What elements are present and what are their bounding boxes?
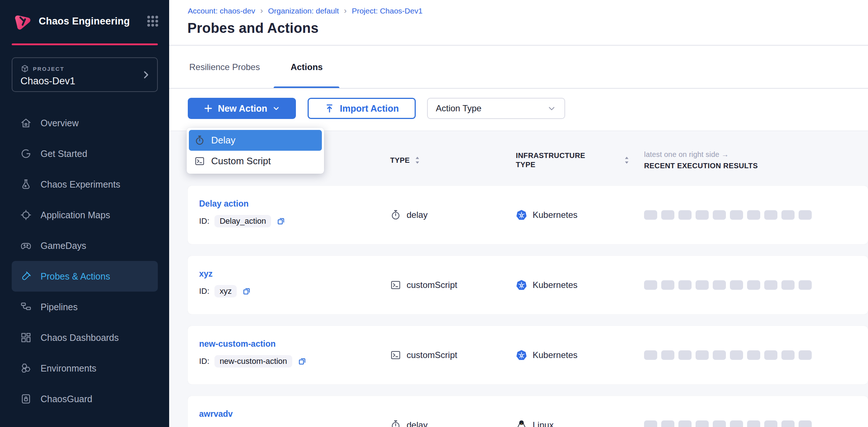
action-id-value: xyz — [214, 285, 237, 297]
stopwatch-icon — [390, 420, 401, 427]
flask-icon — [20, 178, 32, 190]
import-action-button[interactable]: Import Action — [308, 98, 416, 119]
new-action-button[interactable]: New Action — [188, 98, 296, 119]
new-action-label: New Action — [218, 103, 267, 114]
recent-execution-results — [644, 280, 868, 290]
column-header-results: latest one on right side → RECENT EXECUT… — [644, 150, 868, 170]
type-cell: customScript — [390, 350, 516, 361]
new-action-dropdown-menu: Delay Custom Script — [187, 128, 324, 174]
infrastructure-cell: Kubernetes — [516, 280, 644, 291]
action-name-link[interactable]: awrvadv — [199, 409, 233, 419]
tab-divider — [169, 88, 868, 89]
terminal-icon — [194, 156, 205, 166]
stopwatch-icon — [390, 209, 401, 220]
sidebar-item-pipelines[interactable]: Pipelines — [12, 292, 158, 322]
copy-icon[interactable] — [242, 286, 251, 296]
action-type-value: Action Type — [436, 103, 481, 114]
breadcrumb-account-link[interactable]: Account: chaos-dev — [188, 7, 255, 15]
action-id-value: Delay_action — [214, 215, 271, 227]
sidebar-item-get-started[interactable]: Get Started — [12, 138, 158, 169]
breadcrumb-project-link[interactable]: Project: Chaos-Dev1 — [352, 7, 423, 15]
kubernetes-icon — [516, 280, 527, 291]
sidebar-item-label: Application Maps — [41, 210, 110, 220]
app-switcher-grid-icon[interactable] — [146, 14, 160, 28]
tab-bar: Resilience Probes Actions — [175, 46, 339, 89]
tab-actions[interactable]: Actions — [274, 46, 339, 89]
sidebar-item-gamedays[interactable]: GameDays — [12, 230, 158, 261]
table-row: Delay action ID: Delay_action — [188, 186, 868, 244]
plus-icon — [203, 104, 213, 113]
test-tube-icon — [20, 270, 32, 282]
project-selector[interactable]: PROJECT Chaos-Dev1 — [12, 57, 158, 92]
sidebar-item-probes-actions[interactable]: Probes & Actions — [12, 261, 158, 292]
sidebar-item-label: Overview — [41, 118, 79, 128]
main-area: Account: chaos-dev › Organization: defau… — [169, 0, 868, 427]
menu-item-label: Delay — [211, 135, 235, 146]
breadcrumb-organization-link[interactable]: Organization: default — [268, 7, 339, 15]
table-row: new-custom-action ID: new-custom-action — [188, 326, 868, 384]
project-label: PROJECT — [33, 66, 64, 72]
tab-resilience-probes[interactable]: Resilience Probes — [175, 46, 274, 89]
id-label: ID: — [199, 286, 209, 296]
copy-icon[interactable] — [276, 216, 286, 226]
sidebar-item-label: Chaos Dashboards — [41, 332, 119, 343]
sidebar: Chaos Engineering PROJECT Chaos-Dev1 — [0, 0, 169, 427]
infrastructure-cell: Kubernetes — [516, 350, 644, 361]
column-header-infrastructure-type: INFRASTRUCTURE TYPE — [516, 151, 644, 169]
pipelines-icon — [20, 301, 32, 313]
table-row: xyz ID: xyz — [188, 256, 868, 314]
sidebar-item-application-maps[interactable]: Application Maps — [12, 200, 158, 230]
table-row: awrvadv delay — [188, 396, 868, 427]
type-cell: delay — [390, 209, 516, 220]
type-cell: delay — [390, 420, 516, 427]
action-name-link[interactable]: xyz — [199, 269, 213, 279]
results-hint: latest one on right side → — [644, 150, 868, 159]
menu-item-label: Custom Script — [211, 155, 271, 167]
sidebar-item-chaosguard[interactable]: ChaosGuard — [12, 384, 158, 414]
copy-icon[interactable] — [297, 357, 307, 366]
stopwatch-icon — [194, 135, 205, 146]
column-header-type: TYPE — [390, 156, 516, 165]
hexagons-icon — [20, 362, 32, 374]
sidebar-nav: Overview Get Started Chaos Experiments — [12, 108, 158, 414]
sidebar-item-label: Chaos Experiments — [41, 179, 120, 190]
sidebar-item-chaos-experiments[interactable]: Chaos Experiments — [12, 169, 158, 200]
table-rows: Delay action ID: Delay_action — [188, 186, 868, 427]
sidebar-item-chaos-dashboards[interactable]: Chaos Dashboards — [12, 322, 158, 353]
action-type-select[interactable]: Action Type — [427, 98, 565, 119]
sidebar-item-overview[interactable]: Overview — [12, 108, 158, 138]
chevron-right-icon — [140, 69, 151, 80]
infrastructure-cell: Linux — [516, 420, 644, 427]
upload-icon — [324, 103, 335, 114]
sidebar-item-environments[interactable]: Environments — [12, 353, 158, 384]
infrastructure-cell: Kubernetes — [516, 209, 644, 221]
recent-execution-results — [644, 420, 868, 427]
menu-item-custom-script[interactable]: Custom Script — [189, 151, 322, 172]
home-icon — [20, 117, 32, 129]
app-title: Chaos Engineering — [39, 16, 130, 27]
sidebar-item-label: Environments — [41, 363, 96, 374]
action-name-link[interactable]: new-custom-action — [199, 339, 276, 349]
project-cube-icon — [20, 64, 29, 73]
table-area: TYPE INFRASTRUCTURE TYPE latest one on r… — [169, 131, 868, 427]
recent-execution-results — [644, 210, 868, 220]
chevron-down-icon — [547, 104, 556, 113]
progress-circle-icon — [20, 148, 32, 159]
linux-icon — [516, 420, 527, 427]
chevron-down-icon — [272, 104, 280, 112]
id-label: ID: — [199, 216, 209, 226]
sort-icon[interactable] — [624, 156, 630, 164]
lock-shield-icon — [20, 393, 32, 405]
menu-item-delay[interactable]: Delay — [189, 130, 322, 151]
breadcrumb-separator: › — [260, 6, 263, 16]
sort-icon[interactable] — [414, 156, 420, 164]
breadcrumb-separator: › — [344, 6, 347, 16]
terminal-icon — [390, 350, 401, 361]
action-name-link[interactable]: Delay action — [199, 199, 249, 209]
page-title: Probes and Actions — [187, 20, 319, 36]
kubernetes-icon — [516, 350, 527, 361]
sidebar-item-label: Pipelines — [41, 302, 77, 312]
breadcrumb: Account: chaos-dev › Organization: defau… — [188, 6, 423, 16]
project-name: Chaos-Dev1 — [20, 76, 157, 87]
id-label: ID: — [199, 357, 209, 366]
